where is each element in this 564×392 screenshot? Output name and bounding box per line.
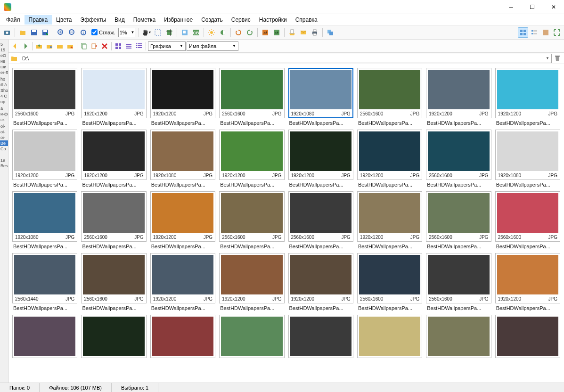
undo-icon[interactable] xyxy=(233,27,244,38)
single-view-icon[interactable] xyxy=(540,27,551,38)
hand-icon[interactable]: ▼ xyxy=(141,27,152,38)
delete-icon[interactable] xyxy=(100,41,109,51)
thumbnail-item[interactable]: 2560x1600JPGBestHDWallpapersPa... xyxy=(357,253,422,311)
menu-item-9[interactable]: Настройки xyxy=(255,15,291,24)
view-large-icon[interactable] xyxy=(114,41,123,51)
thumbnail-item[interactable]: 2560x1600JPGBestHDWallpapersPa... xyxy=(357,68,422,126)
home-icon[interactable] xyxy=(45,41,54,51)
thumbnail-item[interactable]: 1920x1200JPGBestHDWallpapersPa... xyxy=(288,130,353,188)
contrast-icon[interactable] xyxy=(218,27,228,38)
thumbnail-item[interactable]: 1920x1200JPGBestHDWallpapersPa... xyxy=(495,68,560,126)
favorite-folder-icon[interactable] xyxy=(65,41,75,51)
thumbnail-item[interactable] xyxy=(426,315,491,358)
thumbnail-item[interactable]: 1920x1200JPGBestHDWallpapersPa... xyxy=(495,253,560,311)
close-button[interactable]: ✕ xyxy=(543,0,564,14)
thumbnail-item[interactable]: 1920x1200JPGBestHDWallpapersPa... xyxy=(150,68,215,126)
thumbnail-item[interactable]: 1920x1200JPGBestHDWallpapersPa... xyxy=(81,68,146,126)
path-input[interactable]: D:\▼ xyxy=(20,54,552,63)
menu-item-7[interactable]: Создать xyxy=(197,15,227,24)
zoom-fit-icon[interactable]: 1 xyxy=(78,27,89,38)
maximize-button[interactable]: ☐ xyxy=(522,0,543,14)
thumbnail-item[interactable]: 1920x1080JPGBestHDWallpapersPa... xyxy=(288,68,353,126)
print-icon[interactable] xyxy=(310,27,320,38)
smooth-checkbox[interactable]: Сглаж. xyxy=(91,29,115,35)
open-icon[interactable] xyxy=(17,27,28,38)
new-folder-icon[interactable] xyxy=(55,41,65,51)
menu-item-8[interactable]: Сервис xyxy=(227,15,255,24)
redo-icon[interactable] xyxy=(245,27,255,38)
menu-item-3[interactable]: Эффекты xyxy=(76,15,111,24)
forward-icon[interactable] xyxy=(21,41,30,51)
thumbnail-item[interactable]: 1920x1200JPGBestHDWallpapersPa... xyxy=(357,130,422,188)
thumbnail-item[interactable]: 1920x1200JPGBestHDWallpapersPa... xyxy=(12,130,77,188)
thumbnail-item[interactable]: 1920x1200JPGBestHDWallpapersPa... xyxy=(426,68,491,126)
menu-item-5[interactable]: Пометка xyxy=(129,15,160,24)
menu-item-1[interactable]: Правка xyxy=(25,15,52,24)
up-folder-icon[interactable] xyxy=(34,41,44,51)
thumbnail-item[interactable]: 1920x1200JPGBestHDWallpapersPa... xyxy=(219,130,284,188)
thumbnail-item[interactable]: 2560x1600JPGBestHDWallpapersPa... xyxy=(495,191,560,249)
menu-item-2[interactable]: Цвета xyxy=(52,15,76,24)
canvas-icon[interactable]: CB xyxy=(191,27,201,38)
save-icon[interactable] xyxy=(29,27,39,38)
back-icon[interactable] xyxy=(10,41,20,51)
move-icon[interactable] xyxy=(90,41,99,51)
email-icon[interactable] xyxy=(298,27,309,38)
thumbnail-item[interactable]: 2560x1600JPGBestHDWallpapersPa... xyxy=(426,130,491,188)
thumbnail-item[interactable]: 2560x1440JPGBestHDWallpapersPa... xyxy=(12,253,77,311)
zoom-combo[interactable]: 1%▼ xyxy=(118,28,136,37)
batch-icon[interactable] xyxy=(325,27,335,38)
thumbnail-item[interactable]: 1920x1200JPGBestHDWallpapersPa... xyxy=(81,130,146,188)
thumbnail-item[interactable]: 2560x1600JPGBestHDWallpapersPa... xyxy=(426,191,491,249)
thumbnail-item[interactable] xyxy=(81,315,146,358)
scanner-icon[interactable] xyxy=(287,27,297,38)
thumbnail-item[interactable]: 2560x1600JPGBestHDWallpapersPa... xyxy=(81,191,146,249)
thumbnail-item[interactable] xyxy=(357,315,422,358)
camera-icon[interactable] xyxy=(2,27,12,38)
image1-icon[interactable] xyxy=(260,27,270,38)
image2-icon[interactable] xyxy=(271,27,282,38)
trash-icon[interactable] xyxy=(554,54,562,63)
resize-icon[interactable] xyxy=(180,27,190,38)
thumbnail-item[interactable] xyxy=(150,315,215,358)
thumbnail-item[interactable] xyxy=(12,315,77,358)
thumbnail-item[interactable]: 1920x1200JPGBestHDWallpapersPa... xyxy=(150,191,215,249)
copy-icon[interactable] xyxy=(79,41,89,51)
crop-icon[interactable] xyxy=(164,27,174,38)
thumbnail-area[interactable]: 2560x1600JPGBestHDWallpapersPa...1920x12… xyxy=(8,64,564,383)
zoom-out-icon[interactable] xyxy=(67,27,77,38)
thumbnail-item[interactable]: 2560x1600JPGBestHDWallpapersPa... xyxy=(12,68,77,126)
thumbnail-item[interactable]: 2560x1600JPGBestHDWallpapersPa... xyxy=(81,253,146,311)
minimize-button[interactable]: ─ xyxy=(500,0,522,14)
thumbnail-item[interactable]: 1920x1080JPGBestHDWallpapersPa... xyxy=(12,191,77,249)
menu-item-0[interactable]: Файл xyxy=(2,15,25,24)
menu-item-6[interactable]: Избранное xyxy=(160,15,197,24)
thumb-format: JPG xyxy=(272,111,281,116)
selection-icon[interactable] xyxy=(153,27,163,38)
view-details-icon[interactable] xyxy=(124,41,133,51)
thumbnails-view-icon[interactable] xyxy=(518,27,528,38)
thumbnail-item[interactable] xyxy=(288,315,353,358)
thumbnail-item[interactable]: 2560x1600JPGBestHDWallpapersPa... xyxy=(219,191,284,249)
menu-item-4[interactable]: Вид xyxy=(110,15,129,24)
thumbnail-item[interactable] xyxy=(219,315,284,358)
sort-combo[interactable]: Имя файла▼ xyxy=(187,41,238,51)
save-as-icon[interactable] xyxy=(40,27,50,38)
thumbnail-item[interactable]: 1920x1200JPGBestHDWallpapersPa... xyxy=(150,253,215,311)
thumbnail-item[interactable]: 1920x1080JPGBestHDWallpapersPa... xyxy=(495,130,560,188)
list-view-icon[interactable] xyxy=(529,27,539,38)
thumbnail-item[interactable]: 1920x1080JPGBestHDWallpapersPa... xyxy=(150,130,215,188)
brightness-icon[interactable] xyxy=(206,27,217,38)
filter-combo[interactable]: Графика▼ xyxy=(148,41,186,51)
zoom-in-icon[interactable] xyxy=(56,27,66,38)
thumbnail-item[interactable]: 2560x1600JPGBestHDWallpapersPa... xyxy=(288,191,353,249)
thumbnail-item[interactable] xyxy=(495,315,560,358)
thumbnail-item[interactable]: 1920x1200JPGBestHDWallpapersPa... xyxy=(357,191,422,249)
thumbnail-item[interactable]: 1920x1200JPGBestHDWallpapersPa... xyxy=(288,253,353,311)
menu-item-10[interactable]: Справка xyxy=(291,15,322,24)
thumbnail-item[interactable]: 1920x1200JPGBestHDWallpapersPa... xyxy=(219,253,284,311)
fullscreen-icon[interactable] xyxy=(552,27,562,38)
thumbnail-item[interactable]: 2560x1600JPGBestHDWallpapersPa... xyxy=(219,68,284,126)
view-list-icon[interactable] xyxy=(134,41,144,51)
thumbnail-item[interactable]: 2560x1600JPGBestHDWallpapersPa... xyxy=(426,253,491,311)
